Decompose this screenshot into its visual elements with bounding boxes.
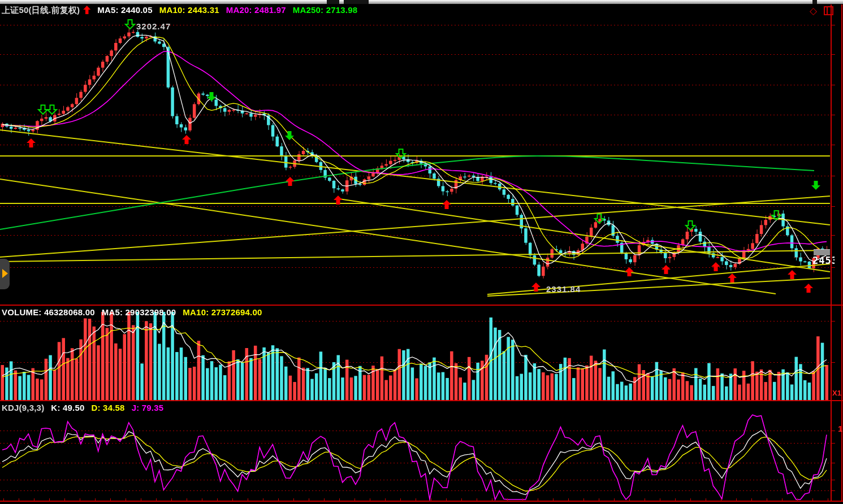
trading-app-window: 上证50(日线.前复权)MA5: 2440.05MA10: 2443.31MA2… <box>0 0 843 504</box>
kdj-label[interactable]: KDJ(9,3,3) <box>2 403 44 412</box>
trend-up-arrow-icon <box>83 6 90 14</box>
volume-ma5-readout: MA5: 29032398.00 <box>102 307 176 317</box>
chart-canvas[interactable] <box>0 0 843 504</box>
titlebar-notch <box>812 0 817 4</box>
kdj-j-readout: J: 79.35 <box>132 403 164 412</box>
kdj-k-readout: K: 49.50 <box>51 403 84 412</box>
volume-ma10-readout: MA10: 27372694.00 <box>183 307 262 317</box>
last-price-label: 2453 <box>812 255 835 266</box>
peak-price-label: 3202.47 <box>136 21 171 31</box>
titlebar-notch <box>327 0 339 4</box>
low-price-label: 2331.84 <box>546 284 581 294</box>
instrument-title[interactable]: 上证50(日线.前复权) <box>2 5 80 15</box>
ma5-readout: MA5: 2440.05 <box>97 5 152 15</box>
volume-axis-multiplier-label: X1 <box>832 389 841 397</box>
last-price-partial-digit: 3 <box>832 255 835 266</box>
kdj-axis-label: 1 <box>838 424 842 433</box>
volume-pane-header: VOLUME: 46328068.00MA5: 29032398.00MA10:… <box>2 307 269 317</box>
split-window-icon[interactable] <box>824 6 833 15</box>
kdj-pane-header: KDJ(9,3,3)K: 49.50D: 34.58J: 79.35 <box>2 403 170 412</box>
window-titlebar[interactable] <box>0 0 843 4</box>
expand-arrow-icon <box>2 269 8 278</box>
titlebar-notch <box>344 0 369 4</box>
ma250-readout: MA250: 2713.98 <box>293 5 358 15</box>
diamond-tool-icon[interactable]: ◇ <box>810 5 817 17</box>
sidebar-expand-handle[interactable] <box>0 259 10 289</box>
ma10-readout: MA10: 2443.31 <box>159 5 219 15</box>
ma20-readout: MA20: 2481.97 <box>226 5 286 15</box>
main-chart-header: 上证50(日线.前复权)MA5: 2440.05MA10: 2443.31MA2… <box>2 5 364 16</box>
volume-readout: VOLUME: 46328068.00 <box>2 307 95 317</box>
kdj-d-readout: D: 34.58 <box>92 403 125 412</box>
